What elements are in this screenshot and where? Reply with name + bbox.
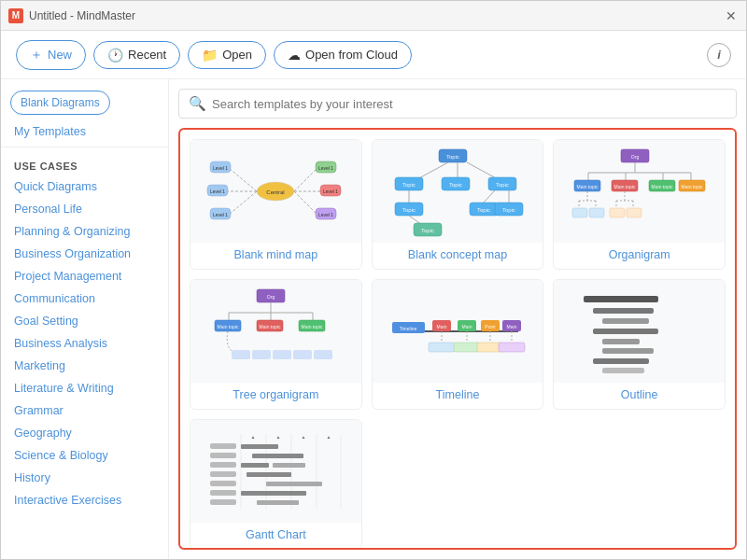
- svg-rect-119: [210, 471, 236, 477]
- template-card-blank-concept-map[interactable]: Topic Topic Topic Topic: [372, 139, 544, 270]
- sidebar-item-science-biology[interactable]: Science & Biology: [1, 444, 168, 467]
- svg-text:▲: ▲: [302, 434, 306, 440]
- svg-rect-139: [257, 500, 299, 505]
- search-icon: 🔍: [189, 95, 206, 112]
- svg-rect-122: [210, 499, 236, 505]
- svg-rect-110: [602, 318, 649, 324]
- sidebar-item-grammar[interactable]: Grammar: [1, 399, 168, 422]
- open-label: Open: [222, 48, 252, 62]
- svg-rect-107: [499, 343, 525, 352]
- templates-grid-wrapper: Central Level 1 Level 1 Level 1: [178, 128, 737, 550]
- svg-rect-132: [241, 444, 278, 449]
- svg-text:Main topic: Main topic: [576, 184, 598, 189]
- sidebar-item-history[interactable]: History: [1, 467, 168, 489]
- svg-rect-113: [602, 348, 654, 354]
- svg-text:Org: Org: [630, 154, 639, 160]
- template-label-tree-organigram: Tree organigram: [190, 383, 361, 409]
- sidebar-item-business-analysis[interactable]: Business Analysis: [1, 332, 168, 355]
- template-card-blank-mind-map[interactable]: Central Level 1 Level 1 Level 1: [190, 139, 362, 270]
- template-label-gantt: Gantt Chart: [190, 523, 361, 549]
- svg-rect-116: [210, 443, 236, 449]
- template-card-gantt-chart[interactable]: ▲ ▲ ▲ ▲: [190, 419, 362, 550]
- svg-text:Level 1: Level 1: [318, 212, 333, 217]
- open-button[interactable]: 📁 Open: [188, 41, 266, 69]
- svg-text:Topic: Topic: [449, 182, 462, 188]
- sidebar-item-project-management[interactable]: Project Management: [1, 265, 168, 287]
- svg-text:Central: Central: [267, 189, 285, 195]
- svg-rect-137: [266, 482, 322, 486]
- svg-rect-120: [210, 481, 236, 486]
- template-card-outline[interactable]: Outline: [553, 279, 726, 410]
- svg-text:Topic: Topic: [496, 182, 509, 188]
- sidebar-item-quick-diagrams[interactable]: Quick Diagrams: [1, 175, 168, 198]
- svg-text:Timeline: Timeline: [400, 326, 417, 331]
- outline-svg: [570, 285, 710, 378]
- svg-rect-69: [610, 208, 625, 217]
- cloud-icon: ☁: [288, 48, 301, 63]
- template-card-tree-organigram[interactable]: Org Main topic: [190, 279, 362, 410]
- template-label-organigram: Organigram: [554, 243, 725, 269]
- info-button[interactable]: i: [707, 43, 731, 67]
- svg-text:Topic: Topic: [421, 228, 434, 233]
- svg-rect-87: [293, 350, 312, 359]
- svg-text:Level 1: Level 1: [213, 212, 228, 217]
- svg-line-11: [294, 168, 317, 191]
- content-area: 🔍 Central: [169, 79, 746, 559]
- organigram-svg: Org Main topic: [570, 145, 710, 238]
- blank-diagrams-button[interactable]: Blank Diagrams: [10, 91, 110, 115]
- svg-line-8: [229, 191, 257, 215]
- window-title: Untitled - MindMaster: [29, 9, 135, 22]
- template-preview-outline: [554, 280, 725, 383]
- new-label: New: [48, 48, 72, 62]
- svg-text:Main topic: Main topic: [613, 184, 635, 189]
- sidebar-item-planning-organizing[interactable]: Planning & Organizing: [1, 220, 168, 243]
- svg-rect-136: [247, 472, 291, 477]
- sidebar-item-business-organization[interactable]: Business Organization: [1, 243, 168, 265]
- svg-text:Point: Point: [485, 324, 496, 329]
- close-button[interactable]: ✕: [724, 8, 739, 23]
- svg-rect-111: [593, 329, 658, 334]
- svg-rect-114: [593, 358, 649, 364]
- template-label-mind-map: Blank mind map: [190, 243, 361, 269]
- sidebar-item-geography[interactable]: Geography: [1, 422, 168, 444]
- svg-rect-64: [589, 208, 604, 217]
- sidebar-item-marketing[interactable]: Marketing: [1, 355, 168, 377]
- new-button[interactable]: ＋ New: [16, 40, 86, 70]
- template-preview-tree-organigram: Org Main topic: [190, 280, 361, 383]
- sidebar-top: Blank Diagrams: [1, 89, 168, 117]
- search-input[interactable]: [212, 97, 726, 111]
- svg-rect-118: [210, 462, 236, 468]
- template-label-concept-map: Blank concept map: [373, 243, 543, 269]
- gantt-svg: ▲ ▲ ▲ ▲: [205, 425, 345, 518]
- sidebar-item-personal-life[interactable]: Personal Life: [1, 198, 168, 220]
- sidebar-divider: [1, 147, 168, 147]
- svg-text:Main topic: Main topic: [218, 324, 239, 329]
- sidebar-item-my-templates[interactable]: My Templates: [1, 120, 168, 143]
- open-cloud-button[interactable]: ☁ Open from Cloud: [274, 41, 412, 69]
- sidebar-item-goal-setting[interactable]: Goal Setting: [1, 310, 168, 332]
- svg-text:Org: Org: [267, 294, 275, 300]
- svg-rect-103: [454, 343, 480, 352]
- sidebar-item-communication[interactable]: Communication: [1, 287, 168, 310]
- template-label-timeline: Timeline: [373, 383, 543, 409]
- sidebar-item-literature-writing[interactable]: Literature & Writing: [1, 377, 168, 399]
- use-cases-label: USE CASES: [1, 151, 168, 175]
- search-bar: 🔍: [178, 89, 737, 119]
- svg-text:Topic: Topic: [446, 154, 459, 160]
- svg-rect-108: [584, 296, 658, 302]
- template-card-organigram[interactable]: Org Main topic: [553, 139, 726, 270]
- sidebar-item-interactive-exercises[interactable]: Interactive Exercises: [1, 489, 168, 511]
- svg-text:Main: Main: [437, 324, 447, 329]
- sidebar: Blank Diagrams My Templates USE CASES Qu…: [1, 79, 169, 559]
- main-window: M Untitled - MindMaster ✕ ＋ New 🕐 Recent…: [0, 0, 747, 560]
- mind-map-svg: Central Level 1 Level 1 Level 1: [205, 145, 345, 238]
- recent-button[interactable]: 🕐 Recent: [93, 41, 180, 69]
- template-preview-mind-map: Central Level 1 Level 1 Level 1: [190, 140, 361, 243]
- folder-icon: 📁: [202, 48, 218, 63]
- svg-text:Topic: Topic: [402, 182, 416, 188]
- svg-rect-134: [241, 463, 269, 468]
- tree-organigram-svg: Org Main topic: [205, 285, 345, 378]
- template-card-timeline[interactable]: Timeline Main Main Point Main: [372, 279, 544, 410]
- concept-map-svg: Topic Topic Topic Topic: [388, 145, 528, 238]
- svg-rect-63: [572, 208, 587, 217]
